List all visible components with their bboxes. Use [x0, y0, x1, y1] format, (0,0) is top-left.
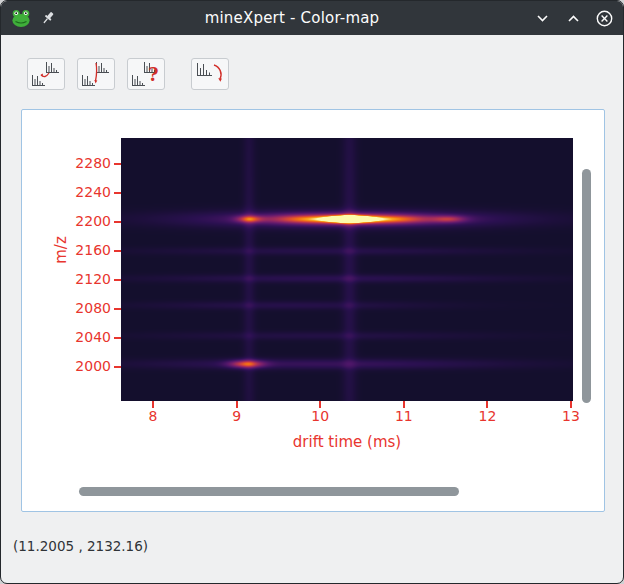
app-window: mineXpert - Color-map — [0, 0, 624, 584]
spectra-vertical-slice-icon — [81, 61, 111, 87]
toolbar-button-spectra-slice[interactable] — [77, 58, 115, 90]
y-tick-mark — [114, 308, 121, 310]
x-tick-mark — [152, 401, 154, 408]
shade-button[interactable] — [533, 9, 551, 27]
y-tick-label: 2040 — [59, 329, 111, 345]
close-circle-icon — [596, 10, 613, 27]
window-title: mineXpert - Color-map — [81, 1, 503, 35]
y-tick-mark — [114, 192, 121, 194]
y-tick-label: 2000 — [59, 358, 111, 374]
y-tick-label: 2120 — [59, 271, 111, 287]
chevron-down-icon — [536, 12, 549, 25]
x-tick-mark — [236, 401, 238, 408]
x-tick-mark — [403, 401, 405, 408]
x-tick-label: 13 — [551, 408, 591, 424]
titlebar[interactable]: mineXpert - Color-map — [1, 1, 623, 35]
x-tick-label: 9 — [217, 408, 257, 424]
y-tick-mark — [114, 279, 121, 281]
y-tick-mark — [114, 221, 121, 223]
svg-text:?: ? — [148, 64, 159, 85]
y-tick-label: 2080 — [59, 300, 111, 316]
y-tick-label: 2200 — [59, 213, 111, 229]
x-tick-label: 12 — [467, 408, 507, 424]
close-button[interactable] — [595, 9, 613, 27]
window-controls — [533, 1, 613, 35]
spectra-link-icon — [31, 61, 61, 87]
x-tick-mark — [319, 401, 321, 408]
spectrum-curve-export-icon — [195, 61, 225, 87]
x-tick-mark — [486, 401, 488, 408]
toolbar-button-spectra-help[interactable]: ? — [127, 58, 165, 90]
y-tick-label: 2240 — [59, 184, 111, 200]
toolbar-button-spectra-link[interactable] — [27, 58, 65, 90]
y-tick-label: 2160 — [59, 242, 111, 258]
x-tick-label: 8 — [133, 408, 173, 424]
y-tick-mark — [114, 337, 121, 339]
y-tick-mark — [114, 250, 121, 252]
y-tick-mark — [114, 163, 121, 165]
y-tick-label: 2280 — [59, 155, 111, 171]
vertical-scrollbar[interactable] — [582, 169, 591, 403]
y-tick-mark — [114, 366, 121, 368]
chevron-up-icon — [567, 12, 580, 25]
horizontal-scrollbar[interactable] — [79, 487, 459, 496]
x-tick-label: 11 — [384, 408, 424, 424]
toolbar: ? — [1, 35, 623, 99]
frog-app-icon — [11, 8, 31, 28]
x-tick-mark — [570, 401, 572, 408]
statusbar-coordinates: (11.2005 , 2132.16) — [13, 538, 148, 554]
colormap-heatmap-canvas[interactable] — [121, 138, 573, 401]
toolbar-button-spectrum-curve[interactable] — [191, 58, 229, 90]
pin-icon[interactable] — [40, 10, 56, 26]
x-tick-label: 10 — [300, 408, 340, 424]
x-axis-label: drift time (ms) — [121, 433, 573, 451]
spectra-help-question-icon: ? — [131, 61, 161, 87]
unshade-button[interactable] — [564, 9, 582, 27]
